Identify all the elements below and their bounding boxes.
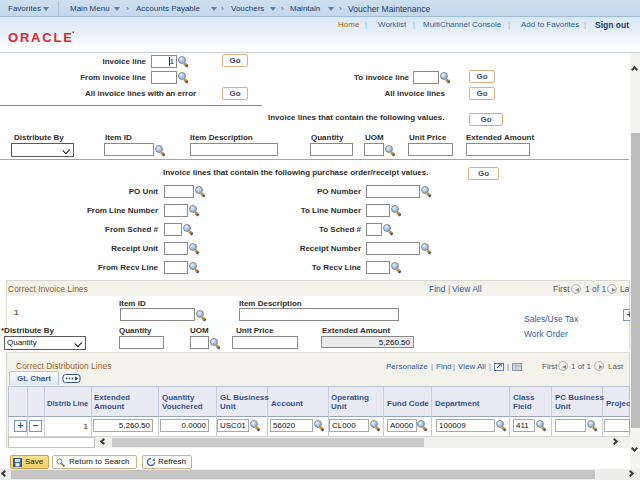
svg-text:ORACLE: ORACLE (8, 31, 72, 44)
